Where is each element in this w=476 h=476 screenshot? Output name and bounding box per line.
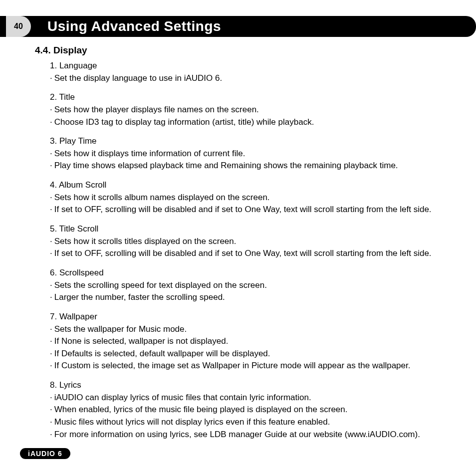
bullet-text: If set to OFF, scrolling will be disable… bbox=[54, 247, 432, 260]
section-heading: 4.4. Display bbox=[35, 45, 456, 56]
item-title: 1. Language bbox=[50, 60, 456, 72]
footer-label: iAUDIO 6 bbox=[28, 450, 62, 458]
bullet-text: Music files without lyrics will not disp… bbox=[54, 416, 330, 429]
bullet-text: When enabled, lyrics of the music file b… bbox=[54, 404, 348, 416]
bullet-dot-icon: · bbox=[50, 236, 52, 248]
bullet-dot-icon: · bbox=[50, 72, 52, 85]
bullet-dot-icon: · bbox=[50, 148, 52, 160]
bullet-line: ·When enabled, lyrics of the music file … bbox=[50, 404, 456, 416]
item-block: 2. Title·Sets how the player displays fi… bbox=[50, 91, 456, 128]
bullet-line: ·Larger the number, faster the scrolling… bbox=[50, 291, 456, 304]
bullet-line: ·If set to OFF, scrolling will be disabl… bbox=[50, 204, 456, 216]
header-title: Using Advanced Settings bbox=[47, 18, 221, 34]
bullet-dot-icon: · bbox=[50, 116, 52, 129]
item-title: 6. Scrollspeed bbox=[50, 267, 456, 279]
page-number-badge: 40 bbox=[6, 16, 31, 37]
content-area: 4.4. Display 1. Language·Set the display… bbox=[35, 45, 456, 448]
item-block: 3. Play Time·Sets how it displays time i… bbox=[50, 135, 456, 172]
bullet-line: ·Music files without lyrics will not dis… bbox=[50, 416, 456, 429]
footer-badge: iAUDIO 6 bbox=[20, 448, 70, 459]
bullet-text: Larger the number, faster the scrolling … bbox=[54, 291, 225, 304]
bullet-text: Sets how it scrolls album names displaye… bbox=[54, 192, 270, 204]
item-block: 5. Title Scroll·Sets how it scrolls titl… bbox=[50, 223, 456, 260]
bullet-text: Sets how it scrolls titles displayed on … bbox=[54, 236, 237, 248]
bullet-text: Choose ID3 tag to display tag informatio… bbox=[54, 116, 314, 129]
bullet-dot-icon: · bbox=[50, 416, 52, 429]
bullet-text: iAUDIO can display lyrics of music files… bbox=[54, 392, 311, 404]
bullet-line: ·Sets how it displays time information o… bbox=[50, 148, 456, 160]
bullet-text: Sets how it displays time information of… bbox=[54, 148, 245, 160]
bullet-line: ·If set to OFF, scrolling will be disabl… bbox=[50, 247, 456, 260]
bullet-dot-icon: · bbox=[50, 348, 52, 360]
item-block: 8. Lyrics·iAUDIO can display lyrics of m… bbox=[50, 379, 456, 441]
item-title: 8. Lyrics bbox=[50, 379, 456, 392]
bullet-dot-icon: · bbox=[50, 404, 52, 416]
bullet-dot-icon: · bbox=[50, 323, 52, 336]
bullet-dot-icon: · bbox=[50, 204, 52, 216]
bullet-text: If Defaults is selected, default wallpap… bbox=[54, 348, 270, 360]
items-container: 1. Language·Set the display language to … bbox=[35, 60, 456, 441]
bullet-line: ·Sets how it scrolls titles displayed on… bbox=[50, 236, 456, 248]
item-block: 7. Wallpaper·Sets the wallpaper for Musi… bbox=[50, 311, 456, 372]
bullet-line: ·Sets how it scrolls album names display… bbox=[50, 192, 456, 204]
page-number: 40 bbox=[14, 22, 23, 31]
bullet-line: ·Play time shows elapsed playback time a… bbox=[50, 160, 456, 172]
bullet-dot-icon: · bbox=[50, 360, 52, 372]
bullet-text: If set to OFF, scrolling will be disable… bbox=[54, 204, 432, 216]
header-bar: Using Advanced Settings bbox=[0, 16, 476, 37]
bullet-line: ·If Defaults is selected, default wallpa… bbox=[50, 348, 456, 360]
bullet-text: Set the display language to use in iAUDI… bbox=[54, 72, 222, 85]
item-block: 1. Language·Set the display language to … bbox=[50, 60, 456, 84]
item-block: 4. Album Scroll·Sets how it scrolls albu… bbox=[50, 179, 456, 216]
bullet-line: ·If None is selected, wallpaper is not d… bbox=[50, 335, 456, 348]
item-title: 2. Title bbox=[50, 91, 456, 104]
bullet-line: ·iAUDIO can display lyrics of music file… bbox=[50, 392, 456, 404]
bullet-line: ·Sets the wallpaper for Music mode. bbox=[50, 323, 456, 336]
bullet-text: Sets how the player displays file names … bbox=[54, 104, 259, 116]
bullet-text: For more information on using lyrics, se… bbox=[54, 429, 420, 441]
bullet-line: ·Set the display language to use in iAUD… bbox=[50, 72, 456, 85]
bullet-text: Play time shows elapsed playback time an… bbox=[54, 160, 398, 172]
bullet-text: Sets the wallpaper for Music mode. bbox=[54, 323, 187, 336]
bullet-dot-icon: · bbox=[50, 247, 52, 260]
item-title: 4. Album Scroll bbox=[50, 179, 456, 192]
bullet-text: If None is selected, wallpaper is not di… bbox=[54, 335, 229, 348]
bullet-line: ·Sets the scrolling speed for text displ… bbox=[50, 279, 456, 292]
bullet-line: ·For more information on using lyrics, s… bbox=[50, 429, 456, 441]
bullet-text: If Custom is selected, the image set as … bbox=[54, 360, 411, 372]
bullet-dot-icon: · bbox=[50, 429, 52, 441]
bullet-dot-icon: · bbox=[50, 279, 52, 292]
bullet-dot-icon: · bbox=[50, 291, 52, 304]
bullet-line: ·If Custom is selected, the image set as… bbox=[50, 360, 456, 372]
item-block: 6. Scrollspeed·Sets the scrolling speed … bbox=[50, 267, 456, 304]
bullet-line: ·Choose ID3 tag to display tag informati… bbox=[50, 116, 456, 129]
item-title: 5. Title Scroll bbox=[50, 223, 456, 236]
item-title: 7. Wallpaper bbox=[50, 311, 456, 323]
bullet-line: ·Sets how the player displays file names… bbox=[50, 104, 456, 116]
bullet-dot-icon: · bbox=[50, 392, 52, 404]
item-title: 3. Play Time bbox=[50, 135, 456, 148]
bullet-dot-icon: · bbox=[50, 104, 52, 116]
bullet-dot-icon: · bbox=[50, 160, 52, 172]
bullet-dot-icon: · bbox=[50, 335, 52, 348]
bullet-text: Sets the scrolling speed for text displa… bbox=[54, 279, 267, 292]
bullet-dot-icon: · bbox=[50, 192, 52, 204]
